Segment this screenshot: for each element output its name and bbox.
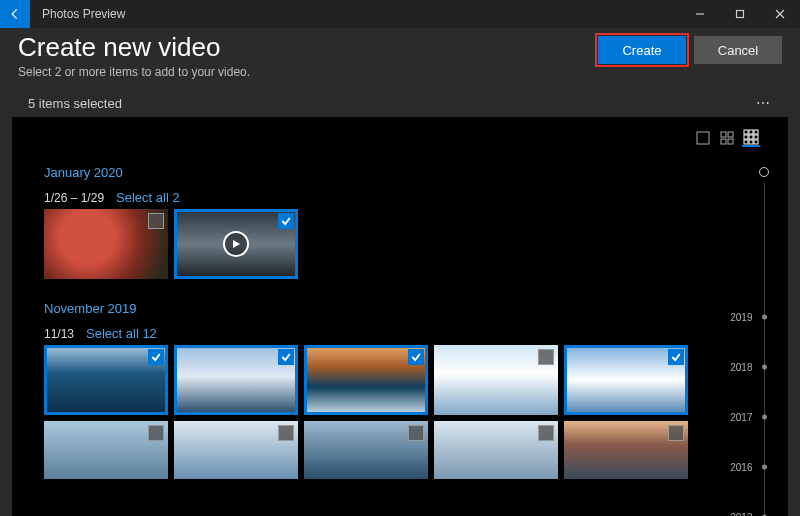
photo-thumbnail[interactable] <box>44 209 168 279</box>
timeline-year-label[interactable]: 2013 <box>730 512 752 517</box>
timeline-handle-icon[interactable] <box>759 167 769 177</box>
photo-thumbnail[interactable] <box>564 345 688 415</box>
selection-checkbox[interactable] <box>538 349 554 365</box>
timeline-year-label[interactable]: 2018 <box>730 361 752 372</box>
month-heading[interactable]: January 2020 <box>44 165 770 180</box>
selection-checkbox[interactable] <box>148 425 164 441</box>
minimize-button[interactable] <box>680 0 720 28</box>
selection-count: 5 items selected <box>28 96 122 111</box>
timeline-year-label[interactable]: 2017 <box>730 411 752 422</box>
svg-rect-12 <box>744 135 748 139</box>
photo-thumbnail[interactable] <box>44 345 168 415</box>
svg-rect-5 <box>721 132 726 137</box>
arrow-left-icon <box>8 7 22 21</box>
svg-rect-4 <box>697 132 709 144</box>
create-button[interactable]: Create <box>598 36 686 64</box>
header: Create new video Select 2 or more items … <box>0 28 800 89</box>
selection-checkbox[interactable] <box>278 349 294 365</box>
svg-rect-9 <box>744 130 748 134</box>
page-title: Create new video <box>18 32 598 63</box>
selection-checkbox[interactable] <box>278 213 294 229</box>
window-controls <box>680 0 800 28</box>
selection-checkbox[interactable] <box>668 425 684 441</box>
view-grid2-icon[interactable] <box>718 129 736 147</box>
date-range: 11/13 <box>44 327 74 341</box>
timeline-track[interactable]: 20192018201720162013 <box>764 183 765 516</box>
svg-marker-18 <box>233 240 240 248</box>
timeline-tick-icon <box>762 314 767 319</box>
close-icon <box>775 9 785 19</box>
selection-checkbox[interactable] <box>408 425 424 441</box>
selection-checkbox[interactable] <box>148 349 164 365</box>
svg-rect-1 <box>737 11 744 18</box>
photo-thumbnail[interactable] <box>44 421 168 479</box>
photo-thumbnail[interactable] <box>304 345 428 415</box>
photo-thumbnail[interactable] <box>174 209 298 279</box>
play-icon <box>223 231 249 257</box>
svg-rect-15 <box>744 140 748 144</box>
timeline-tick-icon <box>762 464 767 469</box>
select-all-link[interactable]: Select all 2 <box>116 190 180 205</box>
timeline-tick-icon <box>762 414 767 419</box>
svg-rect-7 <box>721 139 726 144</box>
selection-checkbox[interactable] <box>148 213 164 229</box>
photo-thumbnail[interactable] <box>174 421 298 479</box>
timeline-year-label[interactable]: 2019 <box>730 311 752 322</box>
close-button[interactable] <box>760 0 800 28</box>
svg-rect-8 <box>728 139 733 144</box>
svg-rect-13 <box>749 135 753 139</box>
svg-rect-11 <box>754 130 758 134</box>
select-all-link[interactable]: Select all 12 <box>86 326 157 341</box>
maximize-icon <box>735 9 745 19</box>
selection-checkbox[interactable] <box>538 425 554 441</box>
selection-statusbar: 5 items selected ⋯ <box>0 89 800 117</box>
photo-thumbnail[interactable] <box>174 345 298 415</box>
titlebar: Photos Preview <box>0 0 800 28</box>
view-grid3-icon[interactable] <box>742 129 760 147</box>
photo-thumbnail[interactable] <box>434 421 558 479</box>
minimize-icon <box>695 9 705 19</box>
app-title: Photos Preview <box>42 7 125 21</box>
selection-checkbox[interactable] <box>278 425 294 441</box>
photo-grid-panel: January 2020 1/26 – 1/29 Select all 2 No… <box>12 117 788 516</box>
maximize-button[interactable] <box>720 0 760 28</box>
svg-rect-6 <box>728 132 733 137</box>
more-button[interactable]: ⋯ <box>756 95 772 111</box>
photo-thumbnail[interactable] <box>434 345 558 415</box>
svg-rect-14 <box>754 135 758 139</box>
svg-rect-16 <box>749 140 753 144</box>
page-subtitle: Select 2 or more items to add to your vi… <box>18 65 598 79</box>
timeline-tick-icon <box>762 364 767 369</box>
timeline-scrubber[interactable]: 20192018201720162013 <box>744 167 784 516</box>
svg-rect-17 <box>754 140 758 144</box>
selection-checkbox[interactable] <box>668 349 684 365</box>
cancel-button[interactable]: Cancel <box>694 36 782 64</box>
svg-rect-10 <box>749 130 753 134</box>
back-button[interactable] <box>0 0 30 28</box>
month-heading[interactable]: November 2019 <box>44 301 770 316</box>
timeline-year-label[interactable]: 2016 <box>730 461 752 472</box>
date-range: 1/26 – 1/29 <box>44 191 104 205</box>
photo-thumbnail[interactable] <box>564 421 688 479</box>
view-switcher <box>44 125 770 159</box>
photo-thumbnail[interactable] <box>304 421 428 479</box>
selection-checkbox[interactable] <box>408 349 424 365</box>
view-single-icon[interactable] <box>694 129 712 147</box>
